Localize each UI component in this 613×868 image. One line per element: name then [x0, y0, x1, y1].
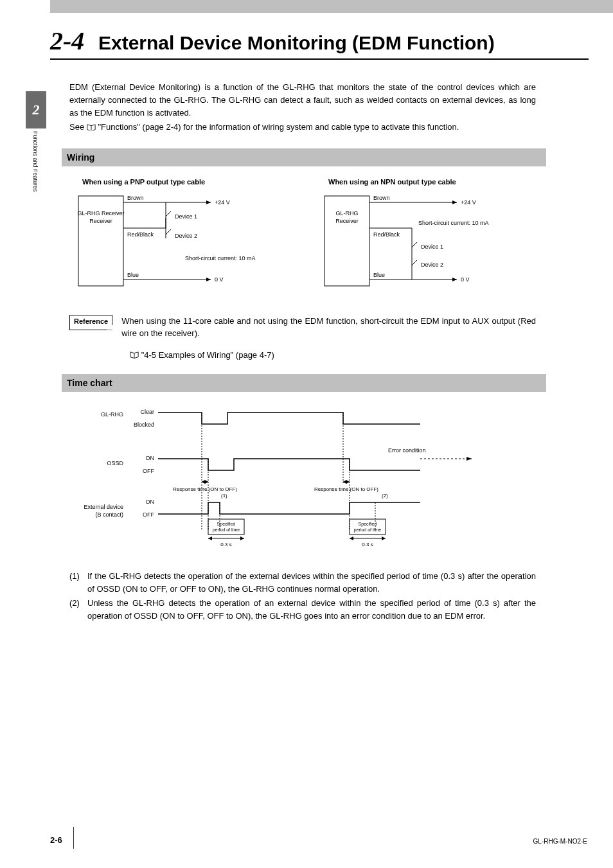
svg-marker-31: [452, 278, 457, 281]
svg-marker-55: [205, 480, 208, 484]
svg-text:period of time: period of time: [213, 527, 240, 533]
npn-diagram: When using an NPN output type cable GL-R…: [315, 178, 536, 301]
svg-text:Short-circuit current: 10 mA: Short-circuit current: 10 mA: [418, 220, 489, 226]
svg-text:Clear: Clear: [140, 409, 154, 415]
note-2: (2) Unless the GL-RHG detects the operat…: [69, 597, 536, 623]
svg-text:(B contact): (B contact): [95, 511, 123, 518]
section-number: 2-4: [50, 26, 84, 56]
svg-text:OFF: OFF: [143, 468, 154, 474]
section-heading: 2-4 External Device Monitoring (EDM Func…: [50, 26, 589, 60]
intro-p1: EDM (External Device Monitoring) is a fu…: [69, 81, 536, 120]
page-content: EDM (External Device Monitoring) is a fu…: [69, 81, 536, 624]
svg-text:GL-RHG: GL-RHG: [101, 411, 123, 418]
svg-text:Specified: Specified: [217, 522, 236, 527]
svg-marker-59: [343, 480, 346, 484]
section-title: External Device Monitoring (EDM Function…: [98, 32, 495, 54]
svg-text:Specified: Specified: [359, 522, 377, 527]
timechart-svg: GL-RHG OSSD External device (B contact) …: [73, 401, 523, 555]
note-2-text: Unless the GL-RHG detects the operation …: [87, 597, 536, 623]
reference-text: When using the 11-core cable and not usi…: [121, 315, 536, 340]
intro-text: EDM (External Device Monitoring) is a fu…: [69, 81, 536, 134]
wiring-diagrams: When using a PNP output type cable GL-RH…: [69, 178, 536, 301]
svg-marker-60: [346, 480, 350, 484]
svg-text:+24 V: +24 V: [215, 199, 230, 206]
svg-text:OSSD: OSSD: [107, 460, 123, 466]
svg-text:period of time: period of time: [354, 527, 382, 533]
reference-link-text: "4-5 Examples of Wiring" (page 4-7): [141, 350, 274, 360]
svg-text:Response time (ON to OFF): Response time (ON to OFF): [173, 486, 237, 492]
svg-text:GL-RHG: GL-RHG: [335, 210, 358, 217]
svg-text:Device 1: Device 1: [175, 213, 197, 220]
svg-text:(1): (1): [221, 493, 227, 499]
svg-text:Error condition: Error condition: [388, 447, 426, 454]
svg-text:Red/Black: Red/Black: [373, 231, 400, 238]
note-2-num: (2): [69, 597, 87, 623]
svg-text:Receiver: Receiver: [89, 218, 112, 224]
svg-rect-17: [324, 196, 369, 286]
npn-title: When using an NPN output type cable: [328, 178, 536, 186]
svg-text:0.3 s: 0.3 s: [362, 542, 373, 547]
svg-text:ON: ON: [146, 455, 155, 461]
chapter-tab: 2: [26, 91, 46, 128]
footer-divider: [73, 827, 74, 849]
svg-marker-74: [350, 536, 353, 540]
intro-p2: See "Functions" (page 2-4) for the infor…: [69, 121, 536, 134]
svg-marker-68: [240, 536, 244, 540]
reference-block: Reference When using the 11-core cable a…: [69, 315, 536, 340]
note-1: (1) If the GL-RHG detects the operation …: [69, 570, 536, 596]
svg-text:(2): (2): [382, 493, 388, 499]
svg-text:Blue: Blue: [373, 272, 385, 278]
svg-marker-75: [382, 536, 386, 540]
svg-text:Short-circuit current: 10 mA: Short-circuit current: 10 mA: [185, 255, 256, 261]
note-1-text: If the GL-RHG detects the operation of t…: [87, 570, 536, 596]
svg-text:+24 V: +24 V: [461, 199, 476, 206]
intro-see: See: [69, 122, 87, 132]
svg-marker-21: [452, 200, 457, 204]
svg-text:Device 2: Device 2: [175, 233, 197, 239]
svg-text:External device: External device: [84, 504, 123, 510]
svg-marker-14: [206, 278, 211, 281]
svg-text:Brown: Brown: [127, 195, 144, 201]
intro-link: "Functions" (page 2-4): [98, 122, 181, 132]
svg-text:ON: ON: [146, 499, 155, 505]
svg-text:Blue: Blue: [127, 272, 139, 278]
note-1-num: (1): [69, 570, 87, 596]
svg-text:Receiver: Receiver: [335, 218, 359, 224]
svg-text:Brown: Brown: [373, 195, 390, 201]
svg-marker-45: [466, 457, 472, 461]
intro-suffix: for the information of wiring system and…: [181, 122, 459, 132]
svg-rect-0: [78, 196, 123, 286]
svg-marker-67: [208, 536, 212, 540]
book-icon: [87, 121, 96, 128]
pnp-svg: GL-RHG Receiver Receiver Brown +24 V Red…: [69, 190, 288, 299]
svg-text:OFF: OFF: [143, 511, 154, 518]
top-tab: [50, 0, 613, 13]
svg-text:Red/Black: Red/Black: [127, 231, 154, 238]
reference-label: Reference: [69, 315, 112, 330]
pnp-box-l1: GL-RHG Receiver: [77, 210, 124, 217]
svg-text:Blocked: Blocked: [134, 421, 154, 428]
npn-svg: GL-RHG Receiver Brown +24 V Red/Black Sh…: [315, 190, 534, 299]
footer-page-number: 2-6: [50, 835, 62, 845]
wiring-heading: Wiring: [62, 148, 546, 166]
svg-marker-54: [202, 480, 205, 484]
svg-text:Device 2: Device 2: [421, 261, 443, 268]
svg-text:0.3 s: 0.3 s: [220, 542, 231, 547]
svg-text:Device 1: Device 1: [421, 244, 443, 250]
pnp-diagram: When using a PNP output type cable GL-RH…: [69, 178, 290, 301]
reference-link: "4-5 Examples of Wiring" (page 4-7): [130, 350, 536, 360]
pnp-title: When using a PNP output type cable: [82, 178, 290, 186]
book-icon: [130, 351, 139, 358]
svg-text:0 V: 0 V: [215, 276, 224, 283]
svg-text:0 V: 0 V: [461, 276, 470, 283]
svg-marker-3: [206, 200, 211, 204]
side-label: Functions and Features: [32, 131, 39, 192]
footer-doc-id: GL-RHG-M-NO2-E: [533, 838, 587, 845]
svg-text:Response time (ON to OFF): Response time (ON to OFF): [314, 486, 378, 492]
timechart-heading: Time chart: [62, 374, 546, 392]
timechart-notes: (1) If the GL-RHG detects the operation …: [69, 570, 536, 623]
